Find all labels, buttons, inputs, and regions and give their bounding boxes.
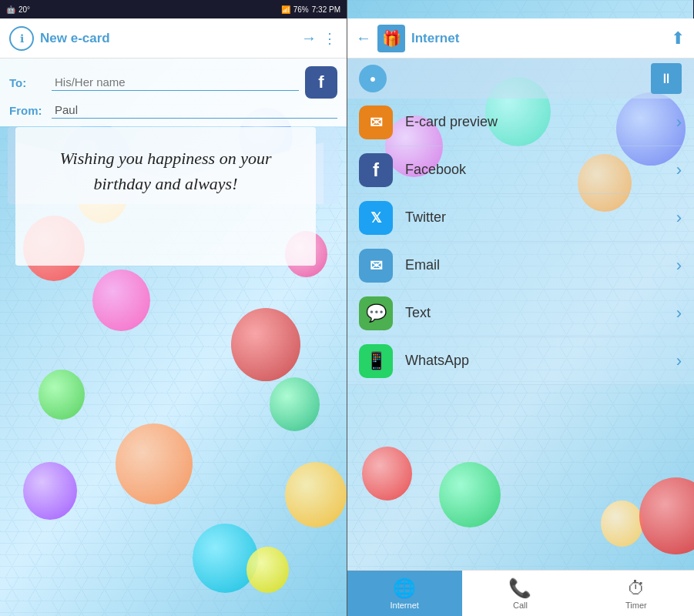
play-icon: ● <box>370 72 376 85</box>
facebook-icon-symbol: f <box>373 159 379 181</box>
internet-nav-icon: 🌐 <box>393 578 416 599</box>
internet-nav-label: Internet <box>391 601 419 610</box>
balloon <box>362 447 412 500</box>
wifi-icon: 📶 <box>281 5 290 14</box>
share-item-text[interactable]: 💬 Text › <box>347 290 694 337</box>
email-icon-symbol: ✉ <box>370 256 383 275</box>
share-item-twitter[interactable]: 𝕏 Twitter › <box>347 194 694 242</box>
timer-nav-icon: ⏱ <box>627 578 645 599</box>
twitter-share-label: Twitter <box>405 209 664 226</box>
text-icon-symbol: 💬 <box>366 303 387 323</box>
next-arrow-button[interactable]: → <box>301 29 317 47</box>
email-share-icon: ✉ <box>359 249 393 283</box>
twitter-share-icon: 𝕏 <box>359 201 393 235</box>
ecard-preview-chevron: › <box>676 112 682 132</box>
email-chevron: › <box>676 256 682 276</box>
from-input[interactable] <box>52 102 337 119</box>
share-button[interactable]: ⬆ <box>671 28 685 49</box>
balloon <box>285 462 347 527</box>
ecard-preview-label: E-card preview <box>405 114 664 130</box>
text-share-icon: 💬 <box>359 296 393 330</box>
more-options-button[interactable]: ⋮ <box>323 30 337 47</box>
left-panel: 🤖 20° 📶 76% 7:32 PM ℹ New e-card → ⋮ To:… <box>0 0 347 616</box>
whatsapp-share-label: WhatsApp <box>405 353 664 369</box>
facebook-share-icon: f <box>359 153 393 187</box>
balloon <box>601 500 643 547</box>
whatsapp-icon-symbol: 📱 <box>366 351 387 371</box>
left-header-left: ℹ New e-card <box>9 26 110 51</box>
info-button[interactable]: ℹ <box>9 26 34 51</box>
temp-left: 20° <box>18 5 30 14</box>
text-share-label: Text <box>405 305 664 321</box>
android-icon: 🤖 <box>6 5 15 14</box>
pause-icon: ⏸ <box>659 71 673 87</box>
balloon <box>231 308 300 381</box>
panel-divider <box>347 0 347 616</box>
back-button[interactable]: ← <box>356 29 371 47</box>
bottom-navigation: 🌐 Internet 📞 Call ⏱ Timer <box>347 570 694 616</box>
timer-nav-label: Timer <box>625 601 647 610</box>
card-message: Wishing you happiness on your birthday a… <box>31 146 300 196</box>
app-title: New e-card <box>40 31 110 46</box>
ecard-icon-symbol: ✉ <box>370 113 383 132</box>
battery-left: 76% <box>293 5 309 14</box>
nav-item-internet[interactable]: 🌐 Internet <box>347 571 462 616</box>
to-input[interactable] <box>52 74 299 91</box>
status-bar-left: 🤖 20° 📶 76% 7:32 PM <box>0 0 347 18</box>
twitter-icon-symbol: 𝕏 <box>370 209 382 226</box>
play-button[interactable]: ● <box>359 65 387 92</box>
text-chevron: › <box>676 303 682 323</box>
status-left-icons: 🤖 20° <box>6 5 30 14</box>
left-header: ℹ New e-card → ⋮ <box>0 18 347 59</box>
card-area: Wishing you happiness on your birthday a… <box>15 127 316 266</box>
header-actions: → ⋮ <box>301 29 337 47</box>
call-nav-icon: 📞 <box>508 578 531 599</box>
gift-icon: 🎁 <box>377 25 405 52</box>
status-right-icons: 📶 76% 7:32 PM <box>281 5 340 14</box>
nav-item-timer[interactable]: ⏱ Timer <box>578 571 694 616</box>
balloon <box>39 370 85 420</box>
right-header: ← 🎁 Internet ⬆ <box>347 18 694 59</box>
balloon <box>439 462 501 527</box>
time-left: 7:32 PM <box>312 5 340 14</box>
music-bar: ● ⏸ <box>347 59 694 99</box>
facebook-icon: f <box>318 72 324 92</box>
facebook-share-button[interactable]: f <box>305 66 337 99</box>
pause-button[interactable]: ⏸ <box>651 63 682 94</box>
to-label: To: <box>9 76 52 89</box>
balloon <box>246 547 289 593</box>
right-panel: 🤖 20° 📶 76% 7:32 PM ← 🎁 Internet ⬆ ● ⏸ <box>347 0 694 616</box>
share-options-list: ✉ E-card preview › f Facebook › 𝕏 Twitte… <box>347 99 694 385</box>
to-field-row: To: f <box>9 66 337 99</box>
right-header-left: ← 🎁 Internet <box>356 25 459 52</box>
share-item-whatsapp[interactable]: 📱 WhatsApp › <box>347 337 694 385</box>
call-nav-label: Call <box>513 601 528 610</box>
whatsapp-share-icon: 📱 <box>359 344 393 378</box>
share-item-email[interactable]: ✉ Email › <box>347 242 694 290</box>
balloon <box>270 377 320 431</box>
from-label: From: <box>9 104 52 117</box>
fields-area: To: f From: <box>0 59 347 126</box>
info-icon: ℹ <box>20 32 24 45</box>
right-panel-title: Internet <box>411 31 459 46</box>
whatsapp-chevron: › <box>676 351 682 371</box>
ecard-preview-icon: ✉ <box>359 105 393 139</box>
facebook-share-label: Facebook <box>405 162 664 178</box>
balloon <box>23 462 77 520</box>
share-item-ecard-preview[interactable]: ✉ E-card preview › <box>347 99 694 146</box>
balloon <box>116 424 193 504</box>
balloon <box>92 270 150 331</box>
facebook-chevron: › <box>676 160 682 180</box>
email-share-label: Email <box>405 257 664 273</box>
from-field-row: From: <box>9 102 337 119</box>
share-item-facebook[interactable]: f Facebook › <box>347 146 694 194</box>
twitter-chevron: › <box>676 208 682 228</box>
nav-item-call[interactable]: 📞 Call <box>462 571 578 616</box>
